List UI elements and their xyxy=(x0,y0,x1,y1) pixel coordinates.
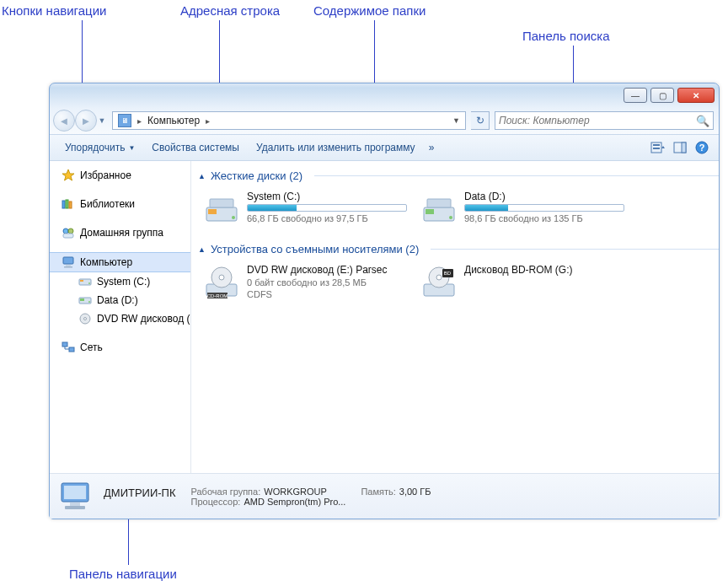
crumb-computer[interactable]: Компьютер xyxy=(144,115,203,126)
nav-computer[interactable]: Компьютер xyxy=(50,252,190,272)
nav-network[interactable]: Сеть xyxy=(50,338,190,357)
forward-button[interactable]: ► xyxy=(75,110,97,132)
drive-e-sub2: CDFS xyxy=(247,289,407,299)
maximize-button[interactable]: ▢ xyxy=(650,88,674,103)
callout-search: Панель поиска xyxy=(522,29,610,43)
cmd-organize[interactable]: Упорядочить▼ xyxy=(56,138,143,157)
drive-icon xyxy=(78,275,92,288)
back-button[interactable]: ◄ xyxy=(53,110,75,132)
details-mem-label: Память: xyxy=(361,487,395,497)
nav-dvd[interactable]: DVD RW дисковод ( xyxy=(50,309,190,328)
group-hdd[interactable]: ▲ Жесткие диски (2) xyxy=(196,166,719,185)
nav-data-d[interactable]: Data (D:) xyxy=(50,291,190,309)
svg-rect-48 xyxy=(65,506,85,509)
drive-d-name: Data (D:) xyxy=(464,191,624,202)
svg-rect-25 xyxy=(62,342,67,347)
svg-point-42 xyxy=(436,275,442,280)
search-input[interactable] xyxy=(499,115,696,126)
navigation-pane: Избранное Библиотеки Домашняя группа xyxy=(50,161,191,473)
svg-rect-30 xyxy=(210,199,233,207)
cmd-system-properties[interactable]: Свойства системы xyxy=(143,138,248,157)
drive-c-sub: 66,8 ГБ свободно из 97,5 ГБ xyxy=(247,213,407,223)
nav-network-label: Сеть xyxy=(80,341,103,353)
crumb-trail[interactable]: ▸ xyxy=(203,116,212,126)
nav-homegroup[interactable]: Домашняя группа xyxy=(50,223,190,242)
svg-rect-47 xyxy=(70,503,80,506)
computer-icon: 🖥 xyxy=(118,114,131,127)
svg-point-37 xyxy=(219,275,224,280)
svg-rect-4 xyxy=(682,142,686,153)
svg-rect-16 xyxy=(64,266,72,268)
svg-rect-28 xyxy=(208,209,217,214)
star-icon xyxy=(62,169,75,182)
collapse-icon: ▲ xyxy=(198,245,206,254)
nav-data-d-label: Data (D:) xyxy=(97,294,138,306)
group-hdd-label: Жесткие диски (2) xyxy=(211,169,302,182)
nav-dvd-label: DVD RW дисковод ( xyxy=(97,313,190,325)
details-cpu: AMD Sempron(tm) Pro... xyxy=(244,497,345,507)
nav-history-dropdown[interactable]: ▼ xyxy=(97,110,107,132)
libraries-icon xyxy=(62,197,75,211)
bdrom-icon: BD xyxy=(420,264,458,301)
cmd-uninstall[interactable]: Удалить или изменить программу xyxy=(248,138,424,157)
search-box[interactable]: 🔍 xyxy=(495,111,714,130)
search-icon: 🔍 xyxy=(696,115,709,127)
nav-favorites[interactable]: Избранное xyxy=(50,166,190,185)
drive-bdrom-g[interactable]: BD Дисковод BD-ROM (G:) xyxy=(417,261,628,304)
cmd-overflow[interactable]: » xyxy=(424,138,440,157)
content-pane: ▲ Жесткие диски (2) System (C:) 66,8 ГБ … xyxy=(191,161,719,473)
callout-address-bar: Адресная строка xyxy=(180,3,280,18)
svg-rect-13 xyxy=(63,234,73,238)
homegroup-icon xyxy=(62,226,75,239)
details-mem: 3,00 ГБ xyxy=(399,487,431,497)
svg-point-11 xyxy=(63,228,68,234)
svg-text:CD-ROM: CD-ROM xyxy=(207,293,228,298)
drive-dvd-e[interactable]: CD-ROM DVD RW дисковод (E:) Parsec 0 бай… xyxy=(200,261,410,304)
svg-rect-26 xyxy=(69,347,74,352)
titlebar: — ▢ ✕ xyxy=(50,83,719,107)
svg-rect-14 xyxy=(63,257,73,264)
nav-row: ◄ ► ▼ 🖥 ▸ Компьютер ▸ ▼ ↻ 🔍 xyxy=(50,107,719,134)
nav-buttons: ◄ ► ▼ xyxy=(53,110,107,132)
nav-system-c[interactable]: System (C:) xyxy=(50,272,190,291)
svg-text:?: ? xyxy=(699,142,705,153)
nav-favorites-label: Избранное xyxy=(80,169,131,181)
preview-pane-button[interactable] xyxy=(670,137,690,158)
drive-system-c[interactable]: System (C:) 66,8 ГБ свободно из 97,5 ГБ xyxy=(200,187,410,231)
drive-d-space-bar xyxy=(464,204,624,212)
disc-icon xyxy=(78,312,92,325)
view-button[interactable] xyxy=(648,137,668,158)
cdrom-icon: CD-ROM xyxy=(203,264,240,301)
drive-e-name: DVD RW дисковод (E:) Parsec xyxy=(247,264,407,276)
svg-rect-1 xyxy=(653,144,660,146)
drive-c-name: System (C:) xyxy=(247,191,407,202)
address-dropdown[interactable]: ▼ xyxy=(449,116,463,125)
drive-data-d[interactable]: Data (D:) 98,6 ГБ свободно из 135 ГБ xyxy=(417,187,628,231)
explorer-window: — ▢ ✕ ◄ ► ▼ 🖥 ▸ Компьютер ▸ ▼ ↻ 🔍 Упоряд… xyxy=(49,83,720,519)
callout-nav-panel: Панель навигации xyxy=(69,567,177,581)
nav-libraries[interactable]: Библиотеки xyxy=(50,195,190,213)
refresh-button[interactable]: ↻ xyxy=(471,111,490,130)
help-button[interactable]: ? xyxy=(692,137,712,158)
svg-point-19 xyxy=(88,282,90,284)
drive-g-name: Дисковод BD-ROM (G:) xyxy=(464,264,624,276)
group-removable[interactable]: ▲ Устройства со съемными носителями (2) xyxy=(196,239,719,259)
callout-content: Содержимое папки xyxy=(313,3,426,18)
details-pane: ДМИТРИИ-ПК Рабочая группа: WORKGROUP Про… xyxy=(50,473,719,519)
svg-point-29 xyxy=(232,216,235,219)
explorer-body: Избранное Библиотеки Домашняя группа xyxy=(50,161,719,473)
svg-rect-10 xyxy=(69,202,72,208)
address-bar[interactable]: 🖥 ▸ Компьютер ▸ ▼ xyxy=(112,111,466,130)
collapse-icon: ▲ xyxy=(198,172,206,180)
svg-point-22 xyxy=(88,301,90,303)
nav-system-c-label: System (C:) xyxy=(97,276,150,288)
nav-libraries-label: Библиотеки xyxy=(80,198,135,210)
svg-point-12 xyxy=(68,228,73,234)
svg-marker-7 xyxy=(62,169,74,180)
close-button[interactable]: ✕ xyxy=(677,88,715,103)
computer-icon xyxy=(62,255,75,269)
nav-homegroup-label: Домашняя группа xyxy=(80,227,163,239)
details-name: ДМИТРИИ-ПК xyxy=(104,487,176,499)
svg-rect-15 xyxy=(66,265,71,266)
minimize-button[interactable]: — xyxy=(624,88,647,103)
